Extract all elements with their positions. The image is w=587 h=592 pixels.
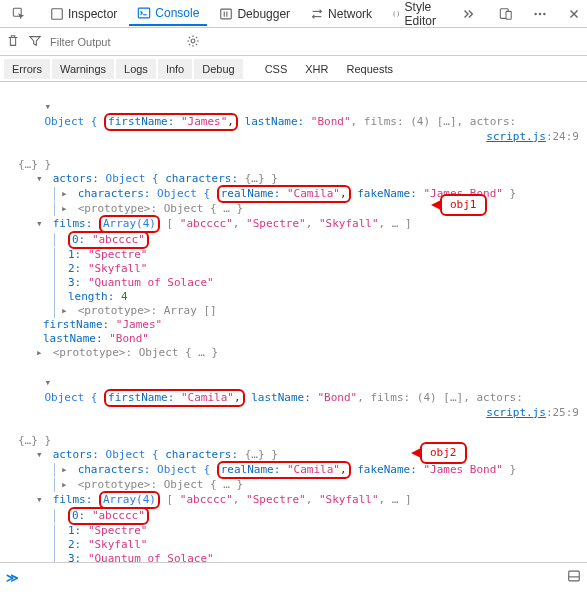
tab-style-editor-label: Style Editor xyxy=(405,0,442,28)
disclosure-down-icon[interactable]: ▾ xyxy=(36,493,46,507)
svg-rect-3 xyxy=(221,9,232,19)
source-link[interactable]: script.js:24:9 xyxy=(486,130,579,144)
cat-info[interactable]: Info xyxy=(158,59,192,79)
cat-xhr[interactable]: XHR xyxy=(297,59,336,79)
console-output[interactable]: ▾ Object { firstName: "James", lastName:… xyxy=(0,82,587,562)
tree-row[interactable]: length: 4 xyxy=(0,290,587,304)
responsive-design-button[interactable] xyxy=(491,3,521,25)
source-link[interactable]: script.js:25:9 xyxy=(486,406,579,420)
cat-errors[interactable]: Errors xyxy=(4,59,50,79)
close-devtools[interactable] xyxy=(559,3,587,25)
annotation-obj1: obj1 xyxy=(440,194,487,216)
disclosure-right-icon[interactable]: ▸ xyxy=(61,478,71,492)
tree-row[interactable]: 2: "Skyfall" xyxy=(0,538,587,552)
cat-warnings[interactable]: Warnings xyxy=(52,59,114,79)
tree-row[interactable]: ▸ <prototype>: Array [] xyxy=(0,304,587,318)
tab-style-editor[interactable]: Style Editor xyxy=(384,0,449,32)
tree-row[interactable]: 3: "Quantum of Solace" xyxy=(0,552,587,562)
tree-row[interactable]: ▾ actors: Object { characters: {…} } xyxy=(0,172,587,186)
console-input-row: ≫ xyxy=(0,562,587,592)
disclosure-down-icon[interactable]: ▾ xyxy=(36,217,46,231)
tree-row[interactable]: firstName: "James" xyxy=(0,318,587,332)
disclosure-down-icon[interactable]: ▾ xyxy=(36,172,46,186)
console-category-bar: Errors Warnings Logs Info Debug CSS XHR … xyxy=(0,56,587,82)
svg-point-7 xyxy=(539,12,541,14)
tab-inspector[interactable]: Inspector xyxy=(42,3,125,25)
tab-network[interactable]: Network xyxy=(302,3,380,25)
console-filter-bar xyxy=(0,28,587,56)
disclosure-down-icon[interactable]: ▾ xyxy=(36,448,46,462)
tree-row[interactable]: 0: "abcccc" xyxy=(0,508,587,524)
cat-css[interactable]: CSS xyxy=(257,59,296,79)
tree-row[interactable]: ▾ actors: Object { characters: {…} } xyxy=(0,448,587,462)
tree-row[interactable]: 0: "abcccc" xyxy=(0,232,587,248)
chevron-double-right-icon xyxy=(461,7,475,21)
style-editor-icon xyxy=(392,7,400,21)
highlight-box: 0: "abcccc" xyxy=(68,507,149,525)
gear-icon xyxy=(186,34,200,48)
tab-console-label: Console xyxy=(155,6,199,20)
svg-point-9 xyxy=(191,39,195,43)
tree-row[interactable]: ▾ films: Array(4) [ "abcccc", "Spectre",… xyxy=(0,216,587,232)
tab-inspector-label: Inspector xyxy=(68,7,117,21)
console-icon xyxy=(137,6,151,20)
tab-overflow[interactable] xyxy=(453,3,483,25)
tree-row[interactable]: 1: "Spectre" xyxy=(0,524,587,538)
tree-row[interactable]: 2: "Skyfall" xyxy=(0,262,587,276)
svg-rect-2 xyxy=(139,8,150,18)
tree-row[interactable]: ▸ <prototype>: Object { … } xyxy=(0,478,587,492)
tree-row[interactable]: 1: "Spectre" xyxy=(0,248,587,262)
console-input[interactable] xyxy=(25,571,561,585)
cat-debug[interactable]: Debug xyxy=(194,59,242,79)
tree-row[interactable]: 3: "Quantum of Solace" xyxy=(0,276,587,290)
tab-debugger-label: Debugger xyxy=(237,7,290,21)
prompt-chevron-icon: ≫ xyxy=(6,571,19,585)
tree-row[interactable]: ▸ <prototype>: Object { … } xyxy=(0,346,587,360)
devtools-toolbar: Inspector Console Debugger Network Style… xyxy=(0,0,587,28)
kebab-menu[interactable] xyxy=(525,3,555,25)
split-console-button[interactable] xyxy=(567,569,581,586)
tree-row[interactable]: ▾ films: Array(4) [ "abcccc", "Spectre",… xyxy=(0,492,587,508)
pick-element-button[interactable] xyxy=(4,3,34,25)
tab-network-label: Network xyxy=(328,7,372,21)
log-row[interactable]: ▾ Object { firstName: "James", lastName:… xyxy=(0,86,587,158)
annotation-obj2: obj2 xyxy=(420,442,467,464)
log-row-cont: {…} } xyxy=(0,434,587,448)
disclosure-right-icon[interactable]: ▸ xyxy=(61,202,71,216)
tree-row[interactable]: ▸ characters: Object { realName: "Camila… xyxy=(0,462,587,478)
tree-row[interactable]: ▸ characters: Object { realName: "Camila… xyxy=(0,186,587,202)
highlight-box: realName: "Camila", xyxy=(217,185,351,203)
log-row[interactable]: ▾ Object { firstName: "Camila", lastName… xyxy=(0,362,587,434)
disclosure-right-icon[interactable]: ▸ xyxy=(61,304,71,318)
object-label: Object { xyxy=(45,391,105,404)
split-panel-icon xyxy=(567,569,581,583)
cat-logs[interactable]: Logs xyxy=(116,59,156,79)
object-label: Object { xyxy=(45,115,105,128)
clear-console-button[interactable] xyxy=(6,34,20,50)
settings-button[interactable] xyxy=(186,34,200,50)
pick-element-icon xyxy=(12,7,26,21)
disclosure-right-icon[interactable]: ▸ xyxy=(36,346,46,360)
filter-input[interactable] xyxy=(50,36,170,48)
cat-requests[interactable]: Requests xyxy=(339,59,401,79)
tab-console[interactable]: Console xyxy=(129,2,207,26)
disclosure-right-icon[interactable]: ▸ xyxy=(61,463,71,477)
annotation-arrow-icon xyxy=(411,448,421,458)
highlight-box: firstName: "Camila", xyxy=(104,389,244,407)
svg-point-8 xyxy=(544,12,546,14)
tree-row[interactable]: lastName: "Bond" xyxy=(0,332,587,346)
tree-row[interactable]: ▸ <prototype>: Object { … } xyxy=(0,202,587,216)
trash-icon xyxy=(6,34,20,48)
funnel-icon xyxy=(28,34,42,48)
svg-rect-5 xyxy=(506,11,511,19)
highlight-box: 0: "abcccc" xyxy=(68,231,149,249)
highlight-box: firstName: "James", xyxy=(104,113,238,131)
annotation-arrow-icon xyxy=(431,200,441,210)
responsive-icon xyxy=(499,7,513,21)
highlight-box: realName: "Camila", xyxy=(217,461,351,479)
svg-rect-10 xyxy=(569,571,580,581)
disclosure-down-icon[interactable]: ▾ xyxy=(45,100,55,114)
disclosure-right-icon[interactable]: ▸ xyxy=(61,187,71,201)
tab-debugger[interactable]: Debugger xyxy=(211,3,298,25)
disclosure-down-icon[interactable]: ▾ xyxy=(45,376,55,390)
